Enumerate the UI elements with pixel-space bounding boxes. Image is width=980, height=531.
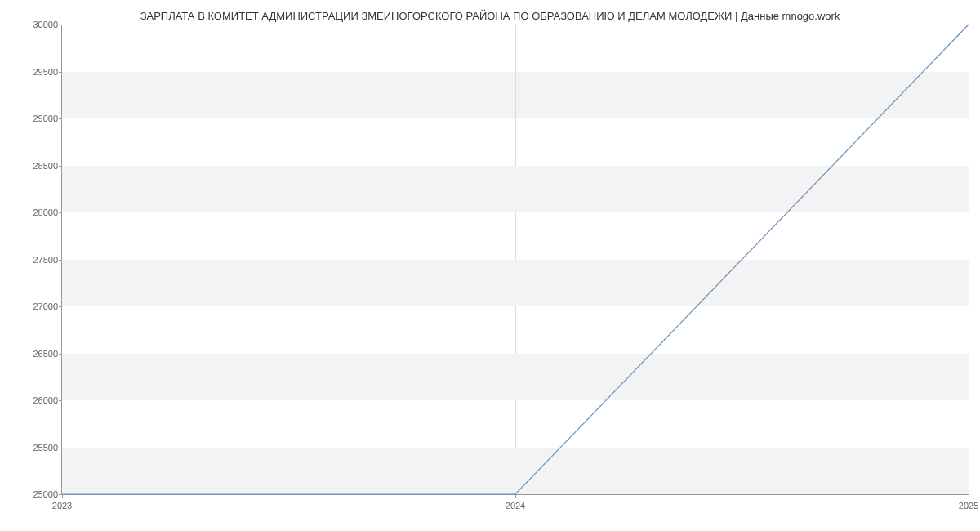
- y-tick-label: 26000: [21, 395, 58, 405]
- x-tick-label: 2024: [506, 501, 525, 511]
- y-tick-mark: [59, 166, 62, 167]
- x-tick-mark: [515, 494, 516, 498]
- chart-title: ЗАРПЛАТА В КОМИТЕТ АДМИНИСТРАЦИИ ЗМЕИНОГ…: [0, 10, 980, 22]
- data-line: [62, 25, 969, 494]
- y-tick-mark: [59, 400, 62, 401]
- y-tick-mark: [59, 212, 62, 213]
- x-tick-mark: [969, 494, 969, 498]
- chart-container: ЗАРПЛАТА В КОМИТЕТ АДМИНИСТРАЦИИ ЗМЕИНОГ…: [0, 0, 980, 531]
- y-tick-mark: [59, 118, 62, 119]
- y-tick-label: 27000: [21, 301, 58, 311]
- line-path-svg: [62, 25, 969, 494]
- y-tick-label: 30000: [21, 20, 58, 29]
- y-tick-label: 28500: [21, 161, 58, 171]
- x-tick-label: 2025: [959, 501, 978, 511]
- y-tick-mark: [59, 354, 62, 355]
- x-tick-label: 2023: [52, 501, 72, 511]
- y-tick-label: 25000: [21, 489, 58, 499]
- y-tick-label: 29000: [21, 114, 58, 123]
- y-tick-label: 25500: [21, 443, 58, 453]
- y-tick-label: 26500: [21, 349, 58, 359]
- plot-area: 2500025500260002650027000275002800028500…: [61, 25, 969, 495]
- y-tick-mark: [59, 72, 62, 73]
- y-tick-label: 27500: [21, 255, 58, 265]
- y-tick-label: 29500: [21, 67, 58, 77]
- y-tick-mark: [59, 260, 62, 261]
- y-tick-mark: [59, 25, 62, 25]
- y-tick-label: 28000: [21, 207, 58, 217]
- y-tick-mark: [59, 306, 62, 307]
- y-tick-mark: [59, 448, 62, 448]
- x-tick-mark: [62, 494, 63, 498]
